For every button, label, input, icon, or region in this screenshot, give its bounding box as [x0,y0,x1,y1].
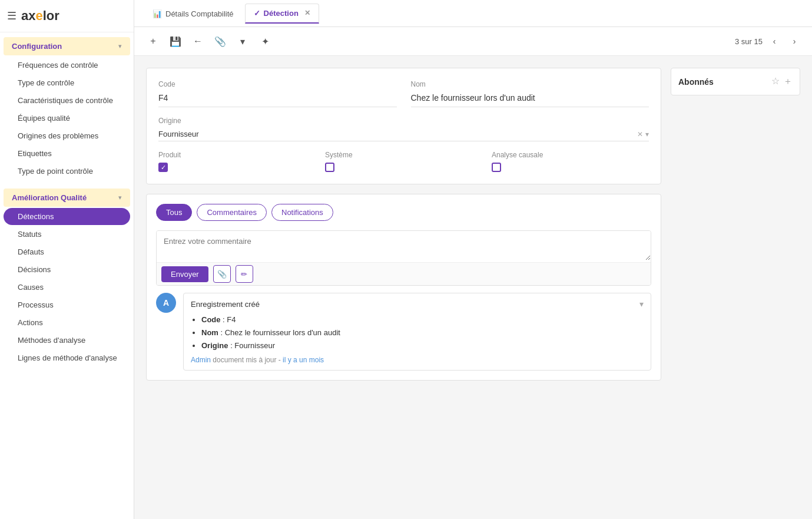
activity-user-link[interactable]: Admin [191,356,211,364]
sidebar-item-methodes[interactable]: Méthodes d'analyse [4,332,130,349]
nom-value[interactable]: Chez le fournisseur lors d'un audit [411,91,649,107]
sidebar-item-type-point[interactable]: Type de point contrôle [4,163,130,180]
sidebar-config-section: Configuration ▾ Fréquences de contrôle T… [0,32,134,184]
activity-nom-item: Nom : Chez le fournisseur lors d'un audi… [201,326,644,339]
produit-label: Produit [158,151,316,159]
checkbox-row: Produit ✓ Système Analyse causale [158,151,649,172]
sidebar-item-defauts[interactable]: Défauts [4,243,130,260]
analyse-label: Analyse causale [492,151,649,159]
sidebar-item-decisions[interactable]: Décisions [4,261,130,278]
expand-icon[interactable]: ▾ [639,299,644,309]
field-produit: Produit ✓ [158,151,316,172]
attach-comment-button[interactable]: 📎 [213,265,231,283]
sidebar-item-processus[interactable]: Processus [4,296,130,313]
sidebar-group-amelioration[interactable]: Amélioration Qualité ▾ [4,189,130,207]
hamburger-icon[interactable]: ☰ [7,9,16,22]
save-button[interactable]: 💾 [166,32,185,51]
analyse-checkbox[interactable] [492,163,501,172]
attach-button[interactable]: 📎 [211,32,230,51]
field-systeme: Système [325,151,482,172]
tab-details-icon: 📊 [153,9,162,18]
sidebar-item-etiquettes[interactable]: Etiquettes [4,145,130,162]
activity-time-link[interactable]: il y a un mois [283,356,324,364]
toolbar-left: + 💾 ← 📎 ▾ ✦ [144,32,274,51]
abonnes-header: Abonnés ☆ ＋ [678,75,793,88]
activity-header: Enregistrement créé ▾ [191,299,644,309]
sidebar-item-origines[interactable]: Origines des problèmes [4,127,130,144]
tab-detection-label: Détection [264,9,299,18]
nav-next-button[interactable]: › [786,33,803,49]
tab-close-icon[interactable]: ✕ [304,9,310,17]
content-area: Code F4 Nom Chez le fournisseur lors d'u… [134,56,812,519]
field-analyse: Analyse causale [492,151,649,172]
sidebar-header: ☰ axelor [0,0,134,32]
sidebar-item-lignes[interactable]: Lignes de méthode d'analyse [4,349,130,366]
form-card: Code F4 Nom Chez le fournisseur lors d'u… [146,68,661,184]
tab-details-comptabilite[interactable]: 📊 Détails Comptabilité [144,4,243,23]
magic-button[interactable]: ✦ [256,32,274,51]
comment-actions: Envoyer 📎 ✏ [157,262,651,285]
nom-label: Nom [411,80,649,88]
star-icon[interactable]: ☆ [771,75,780,88]
abonnes-title: Abonnés [678,77,714,87]
tab-check-icon: ✓ [254,9,260,18]
produit-checkbox[interactable]: ✓ [158,163,168,172]
panel-tab-notifications[interactable]: Notifications [271,204,333,221]
tabs-bar: 📊 Détails Comptabilité ✓ Détection ✕ [134,0,812,27]
code-label: Code [158,80,397,88]
sidebar-item-causes[interactable]: Causes [4,279,130,296]
logo-accent: e [35,8,42,23]
activity-nom-key: Nom [201,328,218,337]
main-area: 📊 Détails Comptabilité ✓ Détection ✕ + 💾… [134,0,812,519]
comment-area: Envoyer 📎 ✏ [156,230,651,286]
sidebar-group-configuration[interactable]: Configuration ▾ [4,37,130,55]
activity-content: Enregistrement créé ▾ Code : F4 Nom : Ch… [183,293,651,371]
sidebar-item-type-controle[interactable]: Type de contrôle [4,74,130,91]
field-nom: Nom Chez le fournisseur lors d'un audit [411,80,649,107]
origine-text[interactable]: Fournisseur [158,130,199,138]
origine-clear-actions: ✕ ▾ [637,130,649,138]
chevron-down-icon: ▾ [118,42,122,50]
origine-value-row: Fournisseur ✕ ▾ [158,127,649,141]
comment-input[interactable] [157,231,651,260]
nav-counter: 3 sur 15 [735,37,763,46]
sidebar-item-equipes[interactable]: Équipes qualité [4,110,130,127]
sidebar-item-frequences[interactable]: Fréquences de contrôle [4,57,130,74]
dropdown-button[interactable]: ▾ [233,32,252,51]
chevron-down-icon-3[interactable]: ▾ [645,130,649,138]
send-button[interactable]: Envoyer [161,266,208,282]
avatar: A [156,293,176,313]
systeme-label: Système [325,151,482,159]
sidebar: ☰ axelor Configuration ▾ Fréquences de c… [0,0,134,519]
panel-tab-tous[interactable]: Tous [156,204,192,221]
activity-code-key: Code [201,315,221,324]
nav-prev-button[interactable]: ‹ [766,33,783,49]
add-button[interactable]: + [144,32,163,51]
activity-action: document mis à jour [213,356,276,364]
activity-origine-item: Origine : Fournisseur [201,339,644,352]
back-button[interactable]: ← [188,32,207,51]
tab-detection[interactable]: ✓ Détection ✕ [245,4,319,24]
form-grid-code-nom: Code F4 Nom Chez le fournisseur lors d'u… [158,80,649,107]
content-main: Code F4 Nom Chez le fournisseur lors d'u… [146,68,661,507]
field-code: Code F4 [158,80,397,107]
sidebar-item-caracteristiques[interactable]: Caractéristiques de contrôle [4,92,130,109]
edit-comment-button[interactable]: ✏ [236,265,253,283]
sidebar-item-detections[interactable]: Détections [4,208,130,225]
tabs-panel: Tous Commentaires Notifications Envoyer … [146,194,661,381]
toolbar: + 💾 ← 📎 ▾ ✦ 3 sur 15 ‹ › [134,27,812,56]
panel-tab-commentaires[interactable]: Commentaires [197,204,267,221]
logo: axelor [21,8,59,24]
sidebar-item-statuts[interactable]: Statuts [4,226,130,243]
sidebar-item-actions[interactable]: Actions [4,314,130,331]
activity-item: A Enregistrement créé ▾ Code : F4 Nom : … [156,293,651,371]
add-abonne-icon[interactable]: ＋ [783,75,793,88]
activity-list: Code : F4 Nom : Chez le fournisseur lors… [191,313,644,352]
code-value[interactable]: F4 [158,91,397,107]
abonnes-actions: ☆ ＋ [771,75,793,88]
activity-title: Enregistrement créé [191,300,260,309]
systeme-checkbox[interactable] [325,163,334,172]
clear-icon[interactable]: ✕ [637,130,643,138]
activity-code-item: Code : F4 [201,313,644,326]
field-origine: Origine Fournisseur ✕ ▾ [158,117,649,141]
